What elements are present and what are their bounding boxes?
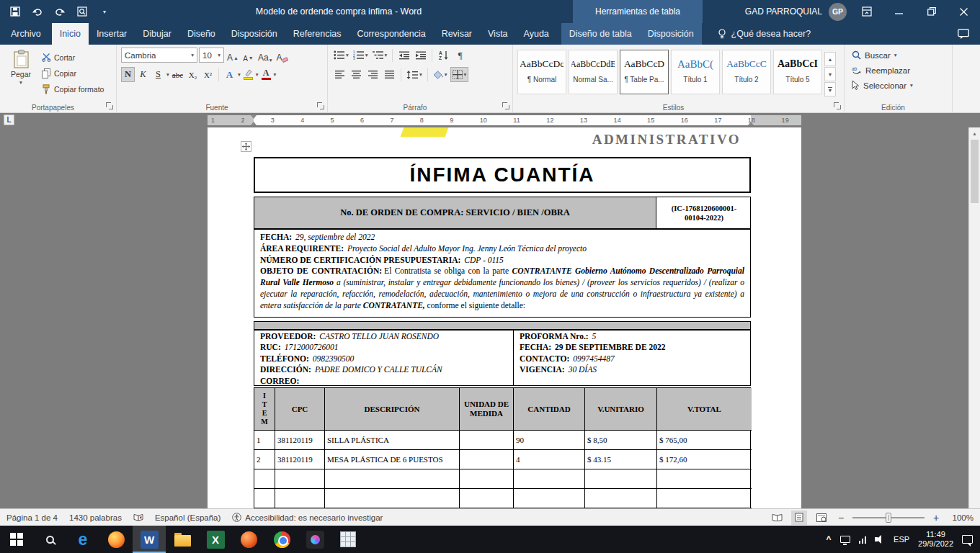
item-cell[interactable]: 1 — [254, 431, 275, 450]
item-cell[interactable]: MESA PLÁSTICA DE 6 PUESTOS — [325, 450, 460, 469]
redo-icon[interactable] — [53, 5, 66, 18]
provider-table[interactable]: PROVEEDOR:CASTRO TELLO JUAN ROSENDO RUC:… — [254, 330, 751, 386]
item-cell[interactable] — [254, 489, 275, 508]
item-cell[interactable] — [514, 469, 585, 489]
first-line-indent-marker[interactable] — [251, 115, 257, 119]
item-cell[interactable]: 2 — [254, 450, 275, 469]
excel-taskbar-button[interactable] — [199, 526, 232, 553]
proofing-status-icon[interactable] — [133, 513, 143, 521]
shading-button[interactable]: ▾ — [432, 67, 449, 82]
bullets-button[interactable]: ▾ — [332, 48, 350, 63]
font-name-select[interactable]: Cambria ▾ — [121, 48, 197, 63]
edge-taskbar-button[interactable] — [66, 526, 99, 553]
justify-button[interactable] — [382, 67, 397, 82]
change-case-button[interactable]: Aa▾ — [257, 48, 273, 63]
customize-qat-chevron-icon[interactable]: ▾ — [98, 5, 111, 18]
zoom-out-button[interactable]: − — [836, 512, 846, 523]
format-painter-button[interactable]: Copiar formato — [42, 82, 104, 96]
style-normal[interactable]: AaBbCcDc ¶ Normal — [517, 50, 566, 94]
cut-button[interactable]: Cortar — [42, 50, 104, 64]
items-table[interactable]: ITEM CPC DESCRIPCIÓN UNIDAD DE MEDIDA CA… — [254, 387, 751, 508]
tab-disposicion[interactable]: Disposición — [223, 23, 285, 45]
font-color-button[interactable]: A — [260, 67, 272, 82]
firefox-taskbar-button[interactable] — [99, 526, 133, 553]
table-move-handle[interactable] — [241, 141, 251, 152]
read-mode-button[interactable] — [769, 511, 785, 525]
item-cell[interactable] — [254, 469, 275, 489]
underline-dropdown-icon[interactable]: ▾ — [166, 72, 169, 78]
tab-referencias[interactable]: Referencias — [285, 23, 349, 45]
word-count[interactable]: 1430 palabras — [69, 513, 122, 522]
replace-button[interactable]: ab Reemplazar — [849, 63, 949, 78]
vertical-scrollbar[interactable]: ▲ — [968, 127, 980, 508]
web-layout-button[interactable] — [814, 511, 829, 525]
item-cell[interactable]: 381120119 — [275, 431, 325, 450]
item-cell[interactable] — [325, 489, 460, 508]
item-cell[interactable] — [325, 469, 460, 489]
network-tray-icon[interactable] — [859, 536, 867, 544]
item-cell[interactable] — [585, 489, 657, 508]
save-icon[interactable] — [9, 5, 22, 18]
tab-diseno[interactable]: Diseño — [179, 23, 223, 45]
undo-icon[interactable] — [31, 5, 44, 18]
item-cell[interactable] — [460, 469, 514, 489]
item-cell[interactable]: $ 8,50 — [585, 431, 657, 450]
horizontal-ruler[interactable]: 1 2 3 4 5 6 7 8 9 10 11 12 13 14 15 16 1… — [208, 115, 801, 125]
item-cell[interactable] — [460, 431, 514, 450]
item-cell[interactable] — [275, 469, 325, 489]
styles-scroll-down-icon[interactable]: ▼ — [824, 67, 836, 81]
item-cell[interactable]: SILLA PLÁSTICA — [325, 431, 460, 450]
tab-dibujar[interactable]: Dibujar — [135, 23, 179, 45]
bold-button[interactable]: N — [121, 67, 135, 82]
comments-icon[interactable] — [947, 23, 980, 45]
print-layout-button[interactable] — [791, 511, 807, 525]
avatar[interactable]: GP — [829, 3, 847, 21]
tab-vista[interactable]: Vista — [480, 23, 516, 45]
start-button[interactable] — [0, 526, 33, 553]
item-cell[interactable]: 4 — [514, 450, 585, 469]
tab-insertar[interactable]: Insertar — [89, 23, 135, 45]
chrome-taskbar-button[interactable] — [265, 526, 298, 553]
graphics-app-taskbar-button[interactable] — [298, 526, 331, 553]
style-titulo-5[interactable]: AaBbCcI Título 5 — [773, 50, 822, 94]
numbering-button[interactable]: 123 ▾ — [352, 48, 370, 63]
account-info[interactable]: GAD PARROQUIAL GP — [745, 3, 847, 21]
minimize-icon[interactable] — [883, 0, 915, 23]
order-number-row[interactable]: No. DE ORDEN DE COMPRA: SERVICIO / BIEN … — [254, 197, 751, 229]
item-cell[interactable]: $ 765,00 — [657, 431, 752, 450]
item-cell[interactable]: 90 — [514, 431, 585, 450]
print-preview-icon[interactable] — [76, 5, 89, 18]
item-cell[interactable] — [657, 489, 752, 508]
increase-indent-button[interactable] — [413, 48, 428, 63]
styles-scroll-up-icon[interactable]: ▲ — [824, 52, 836, 66]
page-indicator[interactable]: Página 1 de 4 — [6, 513, 58, 522]
item-cell[interactable] — [514, 489, 585, 508]
tab-revisar[interactable]: Revisar — [434, 23, 480, 45]
scrollbar-thumb[interactable] — [971, 140, 979, 203]
document-canvas[interactable]: ADMINISTRATIVO ÍNFIMA CUANTÍA No. DE ORD… — [0, 127, 980, 508]
tab-diseno-de-tabla[interactable]: Diseño de tabla — [561, 23, 640, 45]
item-cell[interactable] — [275, 489, 325, 508]
action-center-icon[interactable] — [962, 535, 973, 544]
calculator-taskbar-button[interactable] — [331, 526, 365, 553]
doc-title-cell[interactable]: ÍNFIMA CUANTÍA — [254, 157, 751, 193]
provider-left-cell[interactable]: PROVEEDOR:CASTRO TELLO JUAN ROSENDO RUC:… — [254, 331, 514, 385]
underline-button[interactable]: S — [151, 67, 165, 82]
line-spacing-button[interactable]: ▾ — [405, 67, 424, 82]
clock[interactable]: 11:49 29/9/2022 — [918, 530, 953, 549]
highlight-button[interactable] — [242, 67, 254, 82]
show-marks-button[interactable]: ¶ — [453, 48, 468, 63]
superscript-button[interactable]: X² — [201, 67, 215, 82]
font-size-select[interactable]: 10 ▾ — [199, 48, 224, 63]
text-effects-button[interactable]: A — [223, 67, 236, 82]
right-indent-marker[interactable] — [748, 122, 754, 125]
tab-correspondencia[interactable]: Correspondencia — [349, 23, 433, 45]
tab-inicio[interactable]: Inicio — [52, 23, 89, 45]
tell-me-box[interactable]: ¿Qué desea hacer? — [709, 23, 820, 45]
provider-right-cell[interactable]: PROFORMA Nro.:5 FECHA:29 DE SEPTIEMBRE D… — [514, 331, 752, 385]
styles-more-icon[interactable]: ▼ — [824, 82, 836, 96]
copy-button[interactable]: Copiar — [42, 66, 104, 80]
language-indicator[interactable]: Español (España) — [155, 513, 220, 522]
align-left-button[interactable] — [332, 67, 347, 82]
scroll-up-icon[interactable]: ▲ — [969, 127, 980, 139]
